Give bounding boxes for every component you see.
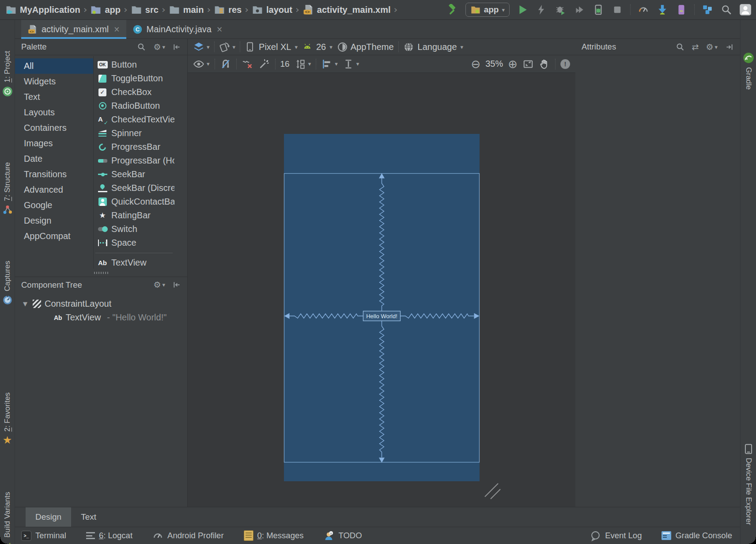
apply-changes-button[interactable] (535, 4, 548, 16)
tab-main-activity-java[interactable]: C MainActivity.java × (126, 20, 229, 38)
clear-constraints-button[interactable] (242, 58, 253, 70)
run-button[interactable] (516, 4, 529, 16)
sidebar-item-project[interactable]: 1: Project (0, 51, 15, 97)
design-canvas[interactable]: Hello World! (188, 73, 575, 507)
palette-category-layouts[interactable]: Layouts (15, 105, 93, 120)
textview-widget[interactable]: Hello World! (363, 311, 401, 321)
palette-item-progressbar[interactable]: ProgressBar (94, 140, 174, 154)
panel-divider[interactable] (187, 39, 188, 507)
breadcrumb-project[interactable]: MyApplication (5, 4, 80, 15)
android-profiler-button[interactable] (637, 4, 650, 16)
zoom-in-button[interactable]: ⊕ (508, 58, 518, 70)
view-options-button[interactable]: ▾ (193, 58, 210, 70)
close-icon[interactable]: × (113, 25, 120, 34)
palette-item-checkbox[interactable]: ✓CheckBox (94, 85, 174, 99)
breadcrumb-file[interactable]: <> activity_main.xml (302, 4, 391, 15)
breadcrumb-res[interactable]: res (214, 4, 242, 15)
sidebar-item-gradle[interactable]: Gradle (741, 52, 756, 90)
project-structure-button[interactable] (701, 4, 714, 16)
sidebar-item-device-file-explorer[interactable]: Device File Explorer (741, 443, 756, 525)
statusbar-item-logcat[interactable]: 6: Logcat (86, 531, 132, 540)
sdk-manager-button[interactable] (656, 4, 669, 16)
theme-select[interactable]: AppTheme (337, 42, 394, 53)
zoom-to-fit-button[interactable] (522, 58, 534, 70)
statusbar-item-terminal[interactable]: >_ Terminal (21, 531, 66, 541)
attach-debugger-button[interactable] (592, 4, 605, 16)
breadcrumb-app[interactable]: app (90, 4, 121, 15)
palette-item-space[interactable]: Space (94, 236, 174, 250)
sidebar-item-build-variants[interactable]: Build Variants (0, 492, 15, 544)
device-screen[interactable]: Hello World! (188, 73, 575, 507)
palette-item-ratingbar[interactable]: ★RatingBar (94, 209, 174, 222)
statusbar-item-android-profiler[interactable]: Android Profiler (152, 530, 224, 541)
autoconnect-toggle[interactable] (220, 58, 231, 70)
statusbar-item-messages[interactable]: 0: Messages (244, 530, 304, 541)
profile-button[interactable] (573, 4, 586, 16)
device-select[interactable]: Pixel XL ▾ (245, 42, 298, 52)
palette-item-seekbar-discrete[interactable]: SeekBar (Discrete) (94, 181, 174, 195)
pan-hand-button[interactable] (539, 58, 550, 70)
attributes-settings-button[interactable]: ⚙▾ (706, 43, 718, 51)
palette-category-date[interactable]: Date (15, 151, 93, 167)
palette-item-seekbar[interactable]: SeekBar (94, 167, 174, 181)
palette-category-containers[interactable]: Containers (15, 120, 93, 136)
tab-text-mode[interactable]: Text (71, 507, 106, 527)
breadcrumb-main[interactable]: main (169, 4, 204, 15)
palette-category-all[interactable]: All (15, 58, 93, 74)
search-everywhere-button[interactable] (720, 4, 733, 16)
palette-item-button[interactable]: OKButton (94, 58, 174, 72)
palette-item-spinner[interactable]: Spinner (94, 126, 174, 140)
sidebar-item-structure[interactable]: 7: Structure (0, 162, 15, 216)
make-project-button[interactable] (446, 4, 459, 16)
close-icon[interactable]: × (216, 25, 223, 34)
minimize-panel-right-icon[interactable] (725, 42, 734, 52)
api-level-select[interactable]: 26 ▾ (302, 42, 333, 52)
user-avatar[interactable] (739, 4, 752, 16)
palette-category-widgets[interactable]: Widgets (15, 74, 93, 89)
palette-item-radiobutton[interactable]: RadioButton (94, 99, 174, 113)
minimize-panel-icon[interactable] (172, 42, 181, 52)
align-button[interactable]: ▾ (321, 58, 338, 70)
statusbar-item-todo[interactable]: TODO (323, 530, 362, 541)
search-icon[interactable] (676, 42, 685, 52)
infer-constraints-button[interactable] (258, 58, 270, 70)
orientation-select[interactable]: ▾ (219, 41, 236, 53)
swap-panel-icon[interactable]: ⇄ (692, 42, 699, 52)
sidebar-item-favorites[interactable]: 2: Favorites ★ (0, 392, 15, 445)
warnings-errors-button[interactable]: ! (560, 59, 570, 69)
palette-item-textview[interactable]: AbTextView (94, 256, 174, 269)
statusbar-item-event-log[interactable]: Event Log (590, 530, 642, 541)
tree-item-constraintlayout[interactable]: ▼ ConstraintLayout (15, 297, 188, 311)
distribute-button[interactable]: ▾ (343, 58, 359, 70)
palette-item-checkedtextview[interactable]: A✓CheckedTextView (94, 113, 174, 126)
tab-design-mode[interactable]: Design (26, 507, 71, 527)
pack-selection-button[interactable]: ▾ (295, 58, 311, 70)
palette-category-text[interactable]: Text (15, 89, 93, 105)
canvas-resize-handle[interactable] (485, 483, 500, 499)
palette-category-images[interactable]: Images (15, 136, 93, 151)
design-surface-select[interactable]: ▾ (193, 41, 210, 53)
expander-icon[interactable]: ▼ (23, 301, 29, 307)
palette-settings-button[interactable]: ⚙▾ (153, 43, 165, 51)
palette-category-design[interactable]: Design (15, 213, 93, 228)
palette-category-google[interactable]: Google (15, 198, 93, 213)
palette-item-switch[interactable]: Switch (94, 222, 174, 236)
breadcrumb-layout[interactable]: layout (252, 4, 292, 15)
zoom-out-button[interactable]: ⊖ (471, 58, 480, 70)
palette-category-appcompat[interactable]: AppCompat (15, 228, 93, 244)
palette-item-togglebutton[interactable]: ToggleButton (94, 72, 174, 85)
statusbar-item-gradle-console[interactable]: Gradle Console (662, 531, 732, 540)
debug-button[interactable] (554, 4, 567, 16)
default-margin-value[interactable]: 16 (280, 59, 290, 69)
stop-button[interactable] (611, 4, 624, 16)
avd-manager-button[interactable] (675, 4, 688, 16)
minimize-panel-icon[interactable] (172, 280, 181, 289)
palette-category-advanced[interactable]: Advanced (15, 182, 93, 198)
search-icon[interactable] (137, 42, 146, 52)
panel-splitter-handle[interactable] (15, 269, 188, 277)
tree-item-textview[interactable]: Ab TextView - "Hello World!" (15, 311, 188, 324)
palette-item-quickcontactbadge[interactable]: QuickContactBadge (94, 195, 174, 209)
run-configuration-select[interactable]: app ▾ (465, 3, 510, 17)
palette-item-progressbar-horizontal[interactable]: ProgressBar (Horizontal) (94, 154, 174, 167)
locale-select[interactable]: Language ▾ (403, 42, 464, 53)
